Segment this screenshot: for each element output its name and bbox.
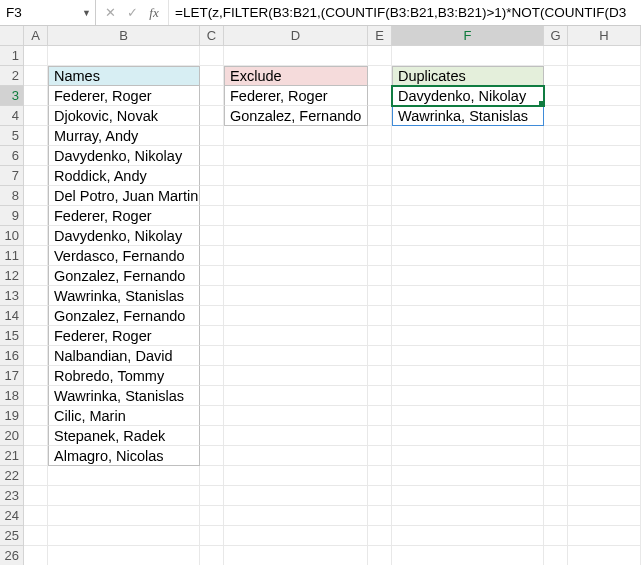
- cell-G24[interactable]: [544, 506, 568, 526]
- row-header-10[interactable]: 10: [0, 226, 24, 246]
- cell-B26[interactable]: [48, 546, 200, 565]
- cell-C1[interactable]: [200, 46, 224, 66]
- row-header-18[interactable]: 18: [0, 386, 24, 406]
- row-header-2[interactable]: 2: [0, 66, 24, 86]
- cell-D24[interactable]: [224, 506, 368, 526]
- cell-C18[interactable]: [200, 386, 224, 406]
- cell-A19[interactable]: [24, 406, 48, 426]
- cell-A11[interactable]: [24, 246, 48, 266]
- column-header-B[interactable]: B: [48, 26, 200, 46]
- row-header-23[interactable]: 23: [0, 486, 24, 506]
- cell-F25[interactable]: [392, 526, 544, 546]
- cell-E5[interactable]: [368, 126, 392, 146]
- cell-H22[interactable]: [568, 466, 641, 486]
- cell-F20[interactable]: [392, 426, 544, 446]
- cell-E4[interactable]: [368, 106, 392, 126]
- names-cell[interactable]: Wawrinka, Stanislas: [48, 386, 200, 406]
- header-exclude[interactable]: Exclude: [224, 66, 368, 86]
- cell-E8[interactable]: [368, 186, 392, 206]
- row-header-3[interactable]: 3: [0, 86, 24, 106]
- cell-A9[interactable]: [24, 206, 48, 226]
- cell-C15[interactable]: [200, 326, 224, 346]
- cell-C25[interactable]: [200, 526, 224, 546]
- cell-C3[interactable]: [200, 86, 224, 106]
- row-header-14[interactable]: 14: [0, 306, 24, 326]
- cell-G1[interactable]: [544, 46, 568, 66]
- row-header-24[interactable]: 24: [0, 506, 24, 526]
- cell-H8[interactable]: [568, 186, 641, 206]
- cell-H13[interactable]: [568, 286, 641, 306]
- cell-G3[interactable]: [544, 86, 568, 106]
- cell-E9[interactable]: [368, 206, 392, 226]
- cell-C13[interactable]: [200, 286, 224, 306]
- cell-F24[interactable]: [392, 506, 544, 526]
- cell-H12[interactable]: [568, 266, 641, 286]
- names-cell[interactable]: Stepanek, Radek: [48, 426, 200, 446]
- cell-F6[interactable]: [392, 146, 544, 166]
- names-cell[interactable]: Federer, Roger: [48, 206, 200, 226]
- cell-H20[interactable]: [568, 426, 641, 446]
- cell-C4[interactable]: [200, 106, 224, 126]
- cell-G8[interactable]: [544, 186, 568, 206]
- cell-H17[interactable]: [568, 366, 641, 386]
- cell-A16[interactable]: [24, 346, 48, 366]
- cell-A17[interactable]: [24, 366, 48, 386]
- cell-C14[interactable]: [200, 306, 224, 326]
- cell-H11[interactable]: [568, 246, 641, 266]
- row-header-25[interactable]: 25: [0, 526, 24, 546]
- names-cell[interactable]: Cilic, Marin: [48, 406, 200, 426]
- exclude-cell[interactable]: Federer, Roger: [224, 86, 368, 106]
- names-cell[interactable]: Del Potro, Juan Martin: [48, 186, 200, 206]
- cell-A2[interactable]: [24, 66, 48, 86]
- cell-A8[interactable]: [24, 186, 48, 206]
- cell-G21[interactable]: [544, 446, 568, 466]
- cell-F9[interactable]: [392, 206, 544, 226]
- cell-H14[interactable]: [568, 306, 641, 326]
- cell-D10[interactable]: [224, 226, 368, 246]
- header-duplicates[interactable]: Duplicates: [392, 66, 544, 86]
- cell-H3[interactable]: [568, 86, 641, 106]
- cell-H2[interactable]: [568, 66, 641, 86]
- cell-H19[interactable]: [568, 406, 641, 426]
- cell-A3[interactable]: [24, 86, 48, 106]
- cell-A22[interactable]: [24, 466, 48, 486]
- cell-E13[interactable]: [368, 286, 392, 306]
- select-all-corner[interactable]: [0, 26, 24, 46]
- cell-G12[interactable]: [544, 266, 568, 286]
- cell-D26[interactable]: [224, 546, 368, 565]
- exclude-cell[interactable]: Gonzalez, Fernando: [224, 106, 368, 126]
- cell-F5[interactable]: [392, 126, 544, 146]
- chevron-down-icon[interactable]: ▼: [82, 8, 91, 18]
- cell-A4[interactable]: [24, 106, 48, 126]
- cell-C12[interactable]: [200, 266, 224, 286]
- cell-A26[interactable]: [24, 546, 48, 565]
- row-header-12[interactable]: 12: [0, 266, 24, 286]
- cell-E14[interactable]: [368, 306, 392, 326]
- names-cell[interactable]: Almagro, Nicolas: [48, 446, 200, 466]
- cell-E22[interactable]: [368, 466, 392, 486]
- row-header-19[interactable]: 19: [0, 406, 24, 426]
- names-cell[interactable]: Wawrinka, Stanislas: [48, 286, 200, 306]
- cell-H23[interactable]: [568, 486, 641, 506]
- cell-C21[interactable]: [200, 446, 224, 466]
- cell-C8[interactable]: [200, 186, 224, 206]
- cell-A10[interactable]: [24, 226, 48, 246]
- row-header-15[interactable]: 15: [0, 326, 24, 346]
- cell-G23[interactable]: [544, 486, 568, 506]
- cell-C23[interactable]: [200, 486, 224, 506]
- cell-B23[interactable]: [48, 486, 200, 506]
- cell-E21[interactable]: [368, 446, 392, 466]
- cell-G7[interactable]: [544, 166, 568, 186]
- row-header-26[interactable]: 26: [0, 546, 24, 565]
- cell-F8[interactable]: [392, 186, 544, 206]
- cell-F19[interactable]: [392, 406, 544, 426]
- cell-A20[interactable]: [24, 426, 48, 446]
- cell-D25[interactable]: [224, 526, 368, 546]
- cell-A13[interactable]: [24, 286, 48, 306]
- cell-G14[interactable]: [544, 306, 568, 326]
- cell-G18[interactable]: [544, 386, 568, 406]
- names-cell[interactable]: Gonzalez, Fernando: [48, 306, 200, 326]
- fx-icon[interactable]: fx: [144, 2, 164, 24]
- cell-H10[interactable]: [568, 226, 641, 246]
- cell-H24[interactable]: [568, 506, 641, 526]
